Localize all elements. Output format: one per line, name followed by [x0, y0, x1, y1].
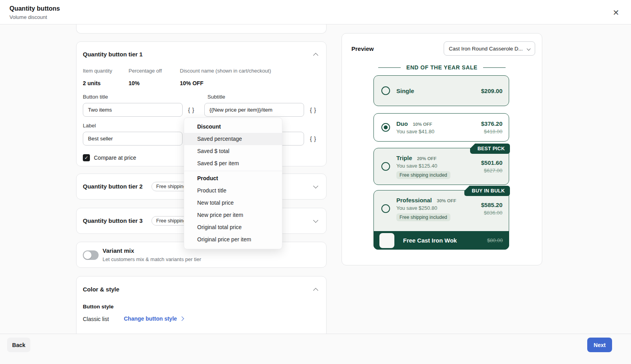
option-save-text: You save $125.40 — [396, 163, 437, 169]
label-input[interactable] — [83, 132, 183, 146]
close-icon[interactable]: ✕ — [610, 7, 622, 18]
variant-mix-description: Let customers mix & match variants per t… — [103, 256, 201, 262]
next-button[interactable]: Next — [587, 338, 612, 352]
tier2-title: Quantity button tier 2 — [83, 183, 143, 190]
expand-chevron-icon[interactable] — [313, 218, 318, 223]
radio-single[interactable] — [381, 86, 390, 95]
label-token-button[interactable]: { } — [310, 136, 316, 142]
color-style-card: Color & style Button style Classic list … — [76, 276, 327, 339]
option-name: Professional — [396, 197, 432, 203]
variant-mix-title: Variant mix — [103, 247, 134, 254]
sale-heading: END OF THE YEAR SALE — [342, 64, 542, 71]
gift-original-price: $80.00 — [487, 237, 503, 243]
label-field-label: Label — [83, 123, 96, 129]
option-save-text: You save $250.80 — [396, 205, 437, 211]
gift-name: Free Cast Iron Wok — [403, 237, 457, 244]
free-gift-band: Free Cast Iron Wok $80.00 — [373, 231, 509, 250]
gift-product-image — [379, 233, 394, 248]
tier1-title: Quantity button tier 1 — [83, 51, 143, 58]
tier3-title: Quantity button tier 3 — [83, 217, 143, 224]
preview-title: Preview — [351, 45, 374, 52]
sale-heading-line — [483, 67, 506, 68]
radio-duo[interactable] — [381, 123, 390, 132]
item-quantity-label: Item quantity — [83, 68, 112, 74]
subtitle-token-button[interactable]: { } — [310, 107, 316, 113]
variant-mix-toggle[interactable] — [83, 250, 99, 260]
option-discount-label: 30% OFF — [437, 198, 456, 203]
collapse-chevron-icon[interactable] — [313, 288, 318, 293]
menu-section-product: Product — [184, 172, 282, 185]
free-shipping-included-badge: Free shipping included — [396, 213, 450, 221]
collapse-chevron-icon[interactable] — [313, 53, 318, 58]
previous-card-tail — [76, 24, 327, 34]
free-shipping-included-badge: Free shipping included — [396, 171, 450, 179]
percentage-off-value: 10% — [129, 80, 140, 86]
sale-heading-line — [378, 67, 401, 68]
chevron-right-icon — [179, 316, 184, 321]
color-style-title: Color & style — [83, 286, 119, 293]
menu-item-original-price-per-item[interactable]: Original price per item — [184, 233, 282, 246]
menu-divider — [184, 171, 282, 171]
option-save-text: You save $41.80 — [396, 129, 434, 134]
preview-option-professional[interactable]: BUY IN BULK Professional 30% OFF You sav… — [373, 190, 509, 250]
option-name: Triple — [396, 155, 412, 161]
expand-chevron-icon[interactable] — [313, 183, 318, 189]
preview-option-triple[interactable]: BEST PICK Triple 20% OFF You save $125.4… — [373, 148, 509, 185]
change-button-style-label: Change button style — [124, 315, 177, 322]
option-price: $209.00 — [481, 88, 502, 94]
option-original-price: $627.00 — [484, 168, 502, 174]
option-price: $376.20 — [481, 120, 502, 127]
modal-header: Quantity buttons Volume discount ✕ — [0, 0, 631, 24]
menu-section-discount: Discount — [184, 121, 282, 133]
token-dropdown-menu: Discount Saved percentage Saved $ total … — [184, 118, 282, 249]
menu-item-new-price-per-item[interactable]: New price per item — [184, 209, 282, 221]
compare-at-price-checkbox[interactable]: ✓ — [83, 154, 90, 161]
subtitle-label: Subtitle — [207, 94, 225, 100]
preview-option-duo[interactable]: Duo 10% OFF You save $41.80 $376.20 $418… — [373, 113, 509, 142]
menu-item-product-title[interactable]: Product title — [184, 185, 282, 197]
option-name: Duo — [396, 120, 408, 127]
subtitle-input[interactable] — [204, 103, 304, 117]
page-title: Quantity buttons — [9, 5, 60, 12]
back-button[interactable]: Back — [7, 338, 30, 352]
radio-triple[interactable] — [381, 162, 390, 171]
page-subtitle: Volume discount — [9, 14, 47, 20]
menu-item-original-total-price[interactable]: Original total price — [184, 221, 282, 233]
option-original-price: $836.00 — [484, 210, 502, 216]
option-discount-label: 20% OFF — [417, 156, 436, 161]
option-discount-label: 10% OFF — [413, 122, 432, 127]
preview-panel: Preview Cast Iron Round Casserole D... E… — [342, 33, 542, 265]
change-button-style-link[interactable]: Change button style — [124, 315, 183, 322]
preview-option-single[interactable]: Single $209.00 — [373, 75, 509, 106]
menu-item-saved-percentage[interactable]: Saved percentage — [184, 133, 282, 145]
item-quantity-value: 2 units — [83, 80, 101, 86]
button-style-current-value: Classic list — [83, 316, 109, 322]
compare-at-price-label: Compare at price — [94, 155, 136, 161]
button-title-label: Button title — [83, 94, 108, 100]
percentage-off-label: Percentage off — [129, 68, 162, 74]
preview-product-select-value: Cast Iron Round Casserole D... — [449, 46, 523, 52]
chevron-down-icon — [527, 47, 531, 50]
button-title-input[interactable] — [83, 103, 183, 117]
option-price: $501.60 — [481, 159, 502, 166]
menu-item-new-total-price[interactable]: New total price — [184, 197, 282, 209]
option-original-price: $418.00 — [484, 129, 502, 134]
preview-product-select[interactable]: Cast Iron Round Casserole D... — [444, 41, 535, 56]
button-title-token-button[interactable]: { } — [188, 107, 194, 113]
menu-item-saved-per-item[interactable]: Saved $ per item — [184, 157, 282, 170]
option-name: Single — [396, 88, 414, 94]
discount-name-value: 10% OFF — [180, 80, 203, 86]
discount-name-label: Discount name (shown in cart/checkout) — [180, 68, 271, 74]
radio-professional[interactable] — [381, 204, 390, 213]
menu-item-saved-total[interactable]: Saved $ total — [184, 145, 282, 157]
footer-bar: Back Next — [0, 334, 631, 364]
button-style-label: Button style — [83, 304, 114, 310]
option-price: $585.20 — [481, 202, 502, 208]
sale-heading-text: END OF THE YEAR SALE — [406, 64, 478, 71]
buy-in-bulk-ribbon: BUY IN BULK — [464, 186, 510, 196]
best-pick-ribbon: BEST PICK — [470, 144, 510, 154]
